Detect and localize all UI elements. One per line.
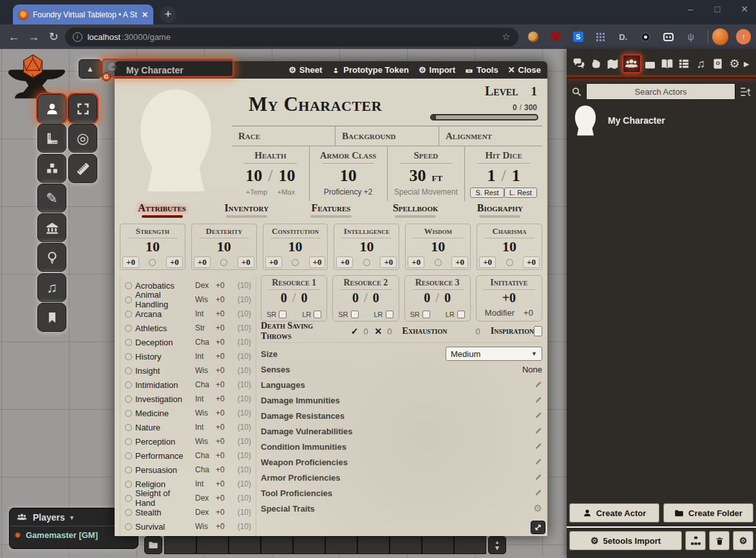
macro-slot[interactable]	[229, 536, 261, 554]
skill-proficiency-toggle[interactable]	[125, 410, 132, 417]
skill-proficiency-toggle[interactable]	[125, 481, 132, 488]
close-window-button[interactable]: ✕	[739, 4, 750, 14]
edit-icon[interactable]	[533, 488, 542, 498]
skill-row[interactable]: IntimidationCha+0(10)	[125, 378, 251, 392]
macro-slot[interactable]	[422, 536, 454, 554]
skill-proficiency-toggle[interactable]	[125, 339, 132, 346]
short-rest-checkbox[interactable]	[422, 311, 430, 318]
macro-slot[interactable]	[325, 536, 357, 554]
d-extension-icon[interactable]: D.	[618, 31, 629, 43]
site-info-icon[interactable]: i	[73, 32, 82, 42]
browser-update-button[interactable]: ↑	[736, 29, 751, 44]
sort-filter-icon[interactable]	[739, 86, 751, 98]
macro-slot[interactable]	[357, 536, 390, 554]
tab-close-icon[interactable]: ✕	[142, 10, 148, 19]
death-fail-icon[interactable]: ✕	[375, 326, 383, 336]
create-actor-button[interactable]: Create Actor	[569, 503, 659, 523]
settings-gears-button[interactable]: ⚙	[733, 531, 753, 550]
minimize-button[interactable]: –	[685, 4, 695, 14]
5etools-import-button[interactable]: ⚙5etools Import	[569, 531, 682, 550]
macro-folder-button[interactable]	[144, 536, 162, 554]
window-resize-handle[interactable]	[531, 521, 545, 534]
reload-button[interactable]: ↻	[44, 30, 64, 44]
fork-extension-icon[interactable]: ψ	[685, 31, 697, 43]
character-portrait[interactable]: .p-b{fill:#ebe8da}.p-e{fill:#cfccbd}.p-n…	[120, 82, 232, 198]
token-tool-button[interactable]	[37, 94, 66, 123]
select-tokens-tool-button[interactable]	[68, 94, 97, 123]
ability-save[interactable]: +0	[309, 256, 326, 268]
hp-temp-label[interactable]: +Temp	[246, 188, 267, 196]
grid-extension-icon[interactable]	[595, 31, 607, 43]
tab-compendium-icon[interactable]	[710, 55, 726, 72]
tab-spellbook[interactable]: Spellbook	[373, 202, 458, 222]
trait-senses[interactable]: Senses None	[261, 361, 542, 377]
level-value[interactable]: 1	[531, 84, 538, 99]
initiative-total[interactable]: +0	[502, 291, 516, 305]
save-proficiency-toggle[interactable]	[292, 259, 299, 266]
long-rest-checkbox[interactable]	[457, 311, 465, 318]
close-sheet-button[interactable]: ✕Close	[508, 65, 541, 75]
death-success-icon[interactable]: ✓	[351, 326, 359, 336]
folder-tree-button[interactable]	[685, 531, 706, 550]
death-success-count[interactable]: 0	[363, 327, 368, 336]
long-rest-button[interactable]: L. Rest	[504, 188, 537, 198]
drawings-tool-button[interactable]: ✎	[37, 184, 66, 213]
ac-value-input[interactable]: 10	[340, 166, 357, 186]
address-bar[interactable]: i localhost:30000/game ☆	[65, 28, 518, 46]
skill-row[interactable]: PerceptionWis+0(10)	[125, 434, 251, 448]
alignment-field[interactable]: Alignment	[439, 126, 542, 146]
ability-score-input[interactable]: 10	[120, 238, 185, 255]
edit-icon[interactable]	[533, 442, 542, 452]
ability-score-input[interactable]: 10	[334, 238, 399, 255]
tiles-tool-button[interactable]	[37, 154, 66, 183]
ability-save[interactable]: +0	[451, 256, 468, 268]
special-movement-link[interactable]: Special Movement	[388, 188, 465, 197]
skill-proficiency-toggle[interactable]	[125, 367, 132, 374]
tab-attributes[interactable]: Attributes	[120, 202, 204, 222]
race-field[interactable]: Race	[232, 126, 335, 146]
search-input[interactable]	[586, 83, 735, 100]
save-proficiency-toggle[interactable]	[363, 259, 370, 266]
page-down-icon[interactable]: ▾	[495, 545, 499, 551]
edit-icon[interactable]	[533, 396, 542, 405]
sidebar-collapse-icon[interactable]: ▶	[744, 60, 751, 68]
skill-proficiency-toggle[interactable]	[125, 467, 132, 474]
initiative-modifier[interactable]: +0	[524, 308, 533, 318]
collapse-controls-button[interactable]: ▲	[79, 59, 102, 79]
lighting-tool-button[interactable]	[37, 243, 66, 272]
lens-extension-icon[interactable]	[640, 31, 652, 43]
skill-row[interactable]: DeceptionCha+0(10)	[125, 335, 251, 349]
macro-slot[interactable]	[390, 536, 422, 554]
resource-max[interactable]: 0	[301, 291, 307, 305]
tab-actors-icon[interactable]	[622, 54, 641, 73]
background-field[interactable]: Background	[335, 126, 439, 146]
skill-row[interactable]: PersuasionCha+0(10)	[125, 463, 251, 477]
edit-icon[interactable]	[533, 457, 542, 467]
skill-row[interactable]: Animal HandlingWis+0(10)	[125, 293, 251, 307]
save-proficiency-toggle[interactable]	[149, 259, 156, 266]
notes-tool-button[interactable]	[37, 303, 66, 332]
tab-journal-icon[interactable]	[659, 55, 675, 72]
tab-items-icon[interactable]	[643, 55, 658, 72]
bookmark-star-icon[interactable]: ☆	[502, 31, 510, 43]
resource-value[interactable]: 0	[281, 291, 287, 305]
edit-icon[interactable]	[533, 427, 542, 436]
ability-save[interactable]: +0	[166, 256, 183, 268]
skill-row[interactable]: PerformanceCha+0(10)	[125, 448, 251, 463]
ublock-extension-icon[interactable]	[550, 31, 562, 43]
skill-proficiency-toggle[interactable]	[125, 353, 132, 360]
tab-inventory[interactable]: Inventory	[204, 202, 288, 222]
maximize-button[interactable]: □	[712, 4, 723, 14]
edit-icon[interactable]	[533, 411, 542, 421]
ability-score-input[interactable]: 10	[263, 238, 328, 255]
hit-dice-current[interactable]: 1	[487, 166, 496, 186]
browser-tab[interactable]: Foundry Virtual Tabletop • A Stan ✕	[13, 5, 153, 24]
hp-max-input[interactable]: 10	[278, 166, 295, 186]
short-rest-button[interactable]: S. Rest	[470, 188, 504, 198]
s-extension-icon[interactable]: S	[572, 31, 584, 43]
hp-tempmax-label[interactable]: +Max	[278, 188, 295, 196]
short-rest-checkbox[interactable]	[351, 311, 359, 318]
skill-proficiency-toggle[interactable]	[125, 381, 132, 389]
skill-proficiency-toggle[interactable]	[125, 311, 132, 318]
create-folder-button[interactable]: Create Folder	[663, 503, 753, 523]
